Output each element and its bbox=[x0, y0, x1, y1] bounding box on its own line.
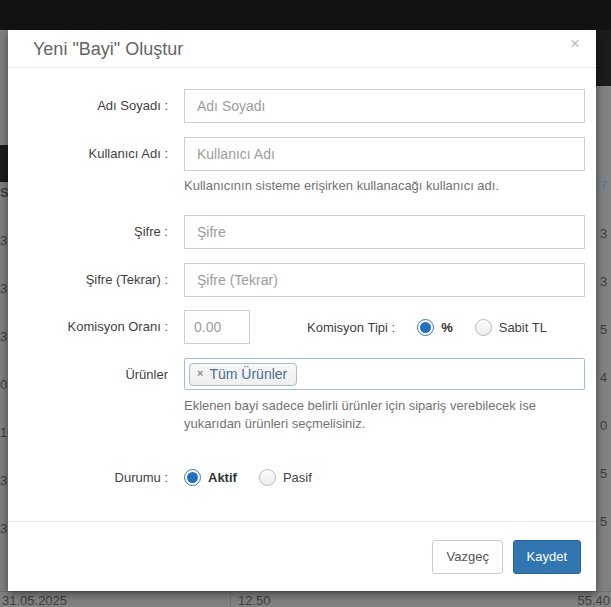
password-label: Şifre : bbox=[26, 215, 168, 239]
create-dealer-modal: Yeni "Bayi" Oluştur × Adı Soyadı : Kulla… bbox=[8, 30, 596, 591]
password-input[interactable] bbox=[184, 215, 585, 249]
table-fragment: 5 bbox=[600, 466, 611, 514]
table-fragment: 4 bbox=[600, 370, 611, 418]
status-passive-radio[interactable]: Pasif bbox=[259, 469, 312, 486]
table-fragment: 31 bbox=[0, 521, 8, 569]
products-label: Ürünler bbox=[26, 358, 168, 382]
commission-rate-input[interactable] bbox=[184, 310, 250, 344]
modal-header: Yeni "Bayi" Oluştur × bbox=[8, 30, 596, 68]
radio-unselected-icon bbox=[475, 319, 492, 336]
modal-footer: Vazgeç Kaydet bbox=[8, 521, 596, 591]
product-tag: × Tüm Ürünler bbox=[189, 363, 297, 386]
table-cell-total: 55.40 bbox=[577, 593, 610, 607]
radio-unselected-icon bbox=[259, 469, 276, 486]
username-help-text: Kullanıcının sisteme erişirken kullanaca… bbox=[184, 177, 585, 195]
table-fragment: 10 bbox=[0, 425, 8, 473]
table-fragment: 5 bbox=[600, 514, 611, 562]
radio-selected-icon bbox=[417, 319, 434, 336]
form-row-password-repeat: Şifre (Tekrar) : bbox=[26, 263, 585, 297]
username-input[interactable] bbox=[184, 137, 585, 171]
table-cell-date: 31.05.2025 bbox=[2, 593, 67, 607]
table-fragment: 5 bbox=[600, 322, 611, 370]
commission-type-label: Komisyon Tipi : bbox=[307, 320, 395, 335]
table-fragment: 01 bbox=[0, 377, 8, 425]
username-label: Kullanıcı Adı : bbox=[26, 137, 168, 161]
table-fragment: 31 bbox=[0, 233, 8, 281]
table-fragment: 0 bbox=[600, 418, 611, 466]
table-fragment: 31 bbox=[0, 281, 8, 329]
table-cell-divider bbox=[230, 592, 231, 607]
table-fragment: 31 bbox=[0, 329, 8, 377]
background-table-row: 31.05.2025 12.50 55.40 bbox=[0, 591, 611, 607]
commission-rate-label: Komisyon Oranı : bbox=[26, 310, 168, 334]
commission-type-percent-label: % bbox=[441, 320, 453, 335]
form-row-status: Durumu : Aktif Pasif bbox=[26, 463, 585, 486]
products-help-text: Eklenen bayi sadece belirli ürünler için… bbox=[184, 397, 585, 433]
modal-title: Yeni "Bayi" Oluştur bbox=[33, 39, 571, 60]
background-navbar bbox=[0, 0, 611, 30]
status-label: Durumu : bbox=[26, 463, 168, 485]
form-row-password: Şifre : bbox=[26, 215, 585, 249]
table-fragment: 7 bbox=[600, 178, 611, 226]
products-multiselect[interactable]: × Tüm Ürünler bbox=[184, 358, 585, 390]
form-row-username: Kullanıcı Adı : Kullanıcının sisteme eri… bbox=[26, 137, 585, 195]
commission-type-fixed-radio[interactable]: Sabit TL bbox=[475, 319, 547, 336]
product-tag-label: Tüm Ürünler bbox=[209, 366, 287, 382]
status-active-radio[interactable]: Aktif bbox=[184, 469, 237, 486]
status-active-label: Aktif bbox=[208, 470, 237, 485]
cancel-button[interactable]: Vazgeç bbox=[432, 540, 502, 574]
form-row-products: Ürünler × Tüm Ürünler Eklenen bayi sadec… bbox=[26, 358, 585, 433]
background-dark-band-left bbox=[0, 145, 8, 182]
close-icon[interactable]: × bbox=[570, 34, 580, 54]
status-passive-label: Pasif bbox=[283, 470, 312, 485]
background-table-right-fragments: 7 3 3 5 4 0 5 5 bbox=[597, 178, 611, 562]
password-repeat-label: Şifre (Tekrar) : bbox=[26, 263, 168, 287]
tag-remove-icon[interactable]: × bbox=[197, 368, 203, 379]
table-fragment: 3 bbox=[600, 274, 611, 322]
save-button[interactable]: Kaydet bbox=[513, 540, 581, 574]
name-input[interactable] bbox=[184, 89, 585, 123]
commission-type-percent-radio[interactable]: % bbox=[417, 319, 453, 336]
password-repeat-input[interactable] bbox=[184, 263, 585, 297]
table-fragment: 3 bbox=[600, 226, 611, 274]
modal-body: Adı Soyadı : Kullanıcı Adı : Kullanıcını… bbox=[8, 68, 596, 486]
background-table-left-fragments: So 31 31 31 01 10 31 31 bbox=[0, 185, 8, 569]
table-cell-amount: 12.50 bbox=[238, 593, 271, 607]
form-row-commission: Komisyon Oranı : Komisyon Tipi : % Sabit… bbox=[26, 310, 585, 344]
name-label: Adı Soyadı : bbox=[26, 89, 168, 113]
form-row-name: Adı Soyadı : bbox=[26, 89, 585, 123]
commission-type-fixed-label: Sabit TL bbox=[499, 320, 547, 335]
table-fragment: 31 bbox=[0, 473, 8, 521]
background-dark-block-right bbox=[596, 30, 611, 86]
radio-selected-icon bbox=[184, 469, 201, 486]
table-fragment: So bbox=[0, 185, 8, 233]
